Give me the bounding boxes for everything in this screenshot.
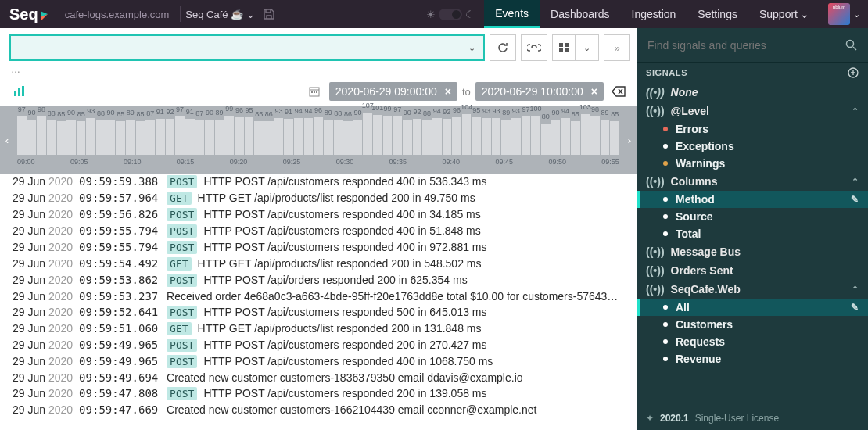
histogram-bar[interactable]: 94 xyxy=(561,118,570,155)
tab-ingestion[interactable]: Ingestion xyxy=(621,0,687,28)
event-row[interactable]: 29 Jun 202009:59:55.794POSTHTTP POST /ap… xyxy=(0,223,637,239)
signal-none[interactable]: ((•)) None xyxy=(637,83,868,102)
histogram-bar[interactable]: 98 xyxy=(37,116,46,155)
histogram-bar[interactable]: 88 xyxy=(47,120,56,155)
histogram-bar[interactable]: 87 xyxy=(195,120,205,155)
histogram-bar[interactable]: 90 xyxy=(27,120,37,155)
tab-settings[interactable]: Settings xyxy=(687,0,748,28)
histogram-bar[interactable]: 97 xyxy=(393,116,402,155)
histogram-bar[interactable]: 93 xyxy=(492,118,501,155)
histogram-bar[interactable]: 95 xyxy=(245,117,254,155)
histogram-bar[interactable]: 89 xyxy=(126,120,135,155)
histogram-bar[interactable]: 94 xyxy=(432,118,442,155)
histogram-bar[interactable]: 85 xyxy=(57,121,66,155)
tab-support[interactable]: Support ⌄ xyxy=(748,0,820,28)
clear-to-icon[interactable]: × xyxy=(591,85,597,98)
histogram-bar[interactable]: 90 xyxy=(205,120,214,155)
histogram-bar[interactable]: 85 xyxy=(254,121,264,155)
histogram-bar[interactable]: 90 xyxy=(66,120,76,155)
histogram-bar[interactable]: 97 xyxy=(522,116,531,155)
toggle-pill[interactable] xyxy=(439,9,462,20)
signal-columns-method[interactable]: Method✎ xyxy=(637,191,868,208)
time-from-chip[interactable]: 2020-06-29 09:00:00 × xyxy=(329,82,457,101)
histogram-bar[interactable]: 94 xyxy=(294,118,303,155)
save-icon[interactable] xyxy=(263,8,275,20)
more-button[interactable]: » xyxy=(604,34,630,61)
histogram-bar[interactable]: 99 xyxy=(383,116,393,155)
histogram-bar[interactable]: 97 xyxy=(17,116,27,155)
refresh-button[interactable] xyxy=(490,34,516,61)
signal-seqcafe-customers[interactable]: Customers xyxy=(637,316,868,333)
histogram-bar[interactable]: 94 xyxy=(304,118,314,155)
sidebar-search-input[interactable] xyxy=(647,39,845,52)
link-button[interactable] xyxy=(521,34,547,61)
histogram-bar[interactable]: 92 xyxy=(166,119,175,155)
histogram-bar[interactable]: 85 xyxy=(610,121,619,155)
histogram-bar[interactable]: 89 xyxy=(215,120,224,155)
add-signal-button[interactable] xyxy=(848,67,859,78)
histogram-bar[interactable]: 85 xyxy=(136,121,145,155)
histogram-bar[interactable]: 107 xyxy=(363,113,372,155)
signal-columns[interactable]: ((•)) Columns ⌃ xyxy=(637,172,868,191)
signal-columns-source[interactable]: Source xyxy=(637,208,868,225)
histogram-bar[interactable]: 89 xyxy=(601,120,610,155)
histogram-bar[interactable]: 85 xyxy=(116,121,125,155)
histogram-bar[interactable]: 86 xyxy=(264,121,274,155)
event-row[interactable]: 29 Jun 202009:59:56.826POSTHTTP POST /ap… xyxy=(0,206,637,223)
event-row[interactable]: 29 Jun 202009:59:49.694Created new custo… xyxy=(0,370,637,385)
histogram-bar[interactable]: 85 xyxy=(77,121,86,155)
event-row[interactable]: 29 Jun 202009:59:53.237Received order 4e… xyxy=(0,288,637,304)
histogram-bar[interactable]: 97 xyxy=(175,116,185,155)
histogram-bar[interactable]: 88 xyxy=(422,120,432,155)
histogram-bar[interactable]: 101 xyxy=(373,115,382,155)
user-avatar[interactable]: nblum xyxy=(828,3,850,25)
event-row[interactable]: 29 Jun 202009:59:52.641POSTHTTP POST /ap… xyxy=(0,304,637,321)
signal-message-bus[interactable]: ((•)) Message Bus xyxy=(637,242,868,261)
pencil-icon[interactable]: ✎ xyxy=(851,302,859,313)
signal-level-exceptions[interactable]: Exceptions xyxy=(637,138,868,155)
histogram-bar[interactable]: 88 xyxy=(334,120,343,155)
histogram-prev[interactable]: ‹ xyxy=(0,106,14,174)
histogram-bar[interactable]: 93 xyxy=(482,118,491,155)
theme-toggle[interactable]: ☀ ☾ xyxy=(426,9,475,20)
event-row[interactable]: 29 Jun 202009:59:57.964GETHTTP GET /api/… xyxy=(0,190,637,206)
histogram-body[interactable]: 9790988885908593889085898587919297918790… xyxy=(14,106,622,174)
event-row[interactable]: 29 Jun 202009:59:51.060GETHTTP GET /api/… xyxy=(0,321,637,337)
event-row[interactable]: 29 Jun 202009:59:54.492GETHTTP GET /api/… xyxy=(0,256,637,272)
chevron-down-icon[interactable]: ⌄ xyxy=(853,9,860,20)
histogram-next[interactable]: › xyxy=(622,106,637,174)
signal-seqcafe-all[interactable]: All✎ xyxy=(637,299,868,316)
histogram-bar[interactable]: 90 xyxy=(353,120,363,155)
histogram-bar[interactable]: 103 xyxy=(581,114,590,155)
histogram-bar[interactable]: 90 xyxy=(403,120,412,155)
calendar-button[interactable] xyxy=(304,81,325,102)
event-row[interactable]: 29 Jun 202009:59:55.794POSTHTTP POST /ap… xyxy=(0,239,637,256)
query-dropdown-icon[interactable]: ⌄ xyxy=(464,43,479,53)
histogram-bar[interactable]: 96 xyxy=(452,117,461,155)
event-row[interactable]: 29 Jun 202009:59:47.669Created new custo… xyxy=(0,402,637,417)
event-row[interactable]: 29 Jun 202009:59:53.862POSTHTTP POST /ap… xyxy=(0,272,637,288)
histogram-bar[interactable]: 95 xyxy=(472,117,481,155)
histogram-bar[interactable]: 96 xyxy=(314,117,323,155)
histogram-bar[interactable]: 91 xyxy=(284,119,293,155)
histogram-bar[interactable]: 98 xyxy=(590,116,600,155)
histogram-bar[interactable]: 92 xyxy=(413,119,422,155)
histogram-bar[interactable]: 93 xyxy=(86,118,95,155)
histogram-bar[interactable]: 89 xyxy=(324,120,333,155)
histogram-bar[interactable]: 91 xyxy=(185,119,195,155)
event-row[interactable]: 29 Jun 202009:59:47.808POSTHTTP POST /ap… xyxy=(0,385,637,402)
histogram-bar[interactable]: 80 xyxy=(541,124,551,155)
pencil-icon[interactable]: ✎ xyxy=(851,194,859,205)
view-mode-dropdown[interactable]: ⌄ xyxy=(576,34,599,61)
time-to-chip[interactable]: 2020-06-29 10:00:00 × xyxy=(475,82,604,101)
histogram-bar[interactable]: 87 xyxy=(145,120,155,155)
erase-range-button[interactable] xyxy=(608,81,629,102)
signal-seqcafe-web[interactable]: ((•)) SeqCafe.Web ⌃ xyxy=(637,280,868,299)
signal-seqcafe-requests[interactable]: Requests xyxy=(637,333,868,350)
histogram-bar[interactable]: 99 xyxy=(224,116,234,155)
histogram-bar[interactable]: 86 xyxy=(343,121,353,155)
query-input[interactable] xyxy=(16,41,464,54)
tab-events[interactable]: Events xyxy=(484,0,540,28)
event-row[interactable]: 29 Jun 202009:59:49.965POSTHTTP POST /ap… xyxy=(0,353,637,370)
event-row[interactable]: 29 Jun 202009:59:59.388POSTHTTP POST /ap… xyxy=(0,174,637,190)
